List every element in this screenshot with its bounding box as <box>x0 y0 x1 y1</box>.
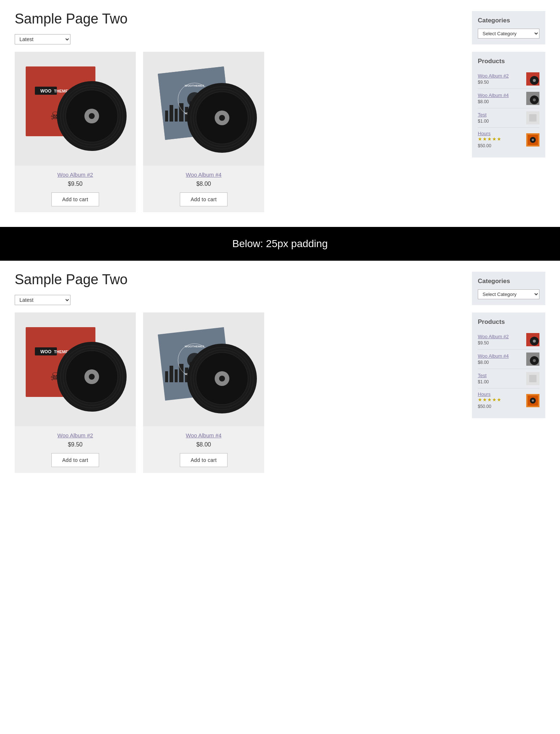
sidebar-thumb-4-2 <box>526 394 539 407</box>
categories-title-1: Categories <box>478 17 539 24</box>
sidebar-1: Categories Select Category Products Woo … <box>472 11 545 212</box>
sidebar-thumb-2-1 <box>526 92 539 105</box>
svg-point-58 <box>89 374 95 380</box>
product-price-1: $9.50 <box>21 181 130 187</box>
product-name-4[interactable]: Woo Album #4 <box>149 432 258 438</box>
svg-rect-16 <box>165 111 168 122</box>
categories-title-2: Categories <box>478 278 539 285</box>
product-image-woo-album-4-1: WOOTHEMES WOOTHEMES <box>143 52 264 166</box>
svg-point-96 <box>532 399 534 402</box>
sidebar-product-4-1: Hours ★★★★★ $50.00 <box>478 128 539 152</box>
main-content-1: Sample Page Two Latest Price: Low to Hig… <box>15 11 457 212</box>
sidebar-thumb-3-2 <box>526 372 539 385</box>
svg-point-90 <box>533 359 536 362</box>
product-name-2[interactable]: Woo Album #4 <box>149 171 258 178</box>
sort-bar-2: Latest Price: Low to High Price: High to… <box>15 295 457 305</box>
svg-rect-19 <box>179 103 183 122</box>
svg-point-48 <box>532 139 534 141</box>
sidebar-thumb-1-2 <box>526 333 539 346</box>
svg-text:WOO: WOO <box>40 88 51 94</box>
sidebar-product-info-1-1: Woo Album #2 $9.50 <box>478 73 523 85</box>
sidebar-product-info-4-1: Hours ★★★★★ $50.00 <box>478 131 523 149</box>
page-title-2: Sample Page Two <box>15 272 457 288</box>
products-grid-1: WOO THEMES ☠ <box>15 52 457 212</box>
product-image-woo-album-2-2: WOO THEMES ☠ <box>15 312 136 426</box>
sidebar-thumb-1-1 <box>526 72 539 86</box>
category-select-2[interactable]: Select Category <box>478 289 539 299</box>
sidebar-product-name-4-1[interactable]: Hours <box>478 131 523 136</box>
sidebar-product-stars-4-2: ★★★★★ <box>478 397 523 403</box>
sidebar-product-name-3-2[interactable]: Test <box>478 373 523 378</box>
categories-widget-1: Categories Select Category <box>472 11 545 44</box>
sidebar-product-info-1-2: Woo Album #2 $9.50 <box>478 334 523 346</box>
sidebar-product-name-1-1[interactable]: Woo Album #2 <box>478 73 523 79</box>
sidebar-product-2-1: Woo Album #4 $8.00 <box>478 89 539 108</box>
sidebar-product-price-1-2: $9.50 <box>478 340 489 346</box>
product-card-woo-album-4-2: WOOTHEMES WOOTHEMES Woo Album #4 $8 <box>143 312 264 473</box>
sort-select-2[interactable]: Latest Price: Low to High Price: High to… <box>15 295 70 305</box>
product-info-1: Woo Album #2 $9.50 Add to cart <box>15 166 136 212</box>
sidebar-product-name-2-2[interactable]: Woo Album #4 <box>478 353 523 359</box>
product-info-3: Woo Album #2 $9.50 Add to cart <box>15 426 136 473</box>
svg-point-42 <box>533 98 536 101</box>
sidebar-product-info-3-1: Test $1.00 <box>478 112 523 124</box>
sidebar-product-name-4-2[interactable]: Hours <box>478 391 523 397</box>
add-to-cart-button-3[interactable]: Add to cart <box>51 453 99 467</box>
products-widget-2: Products Woo Album #2 $9.50 Woo Album #4 <box>472 312 545 418</box>
category-select-1[interactable]: Select Category <box>478 29 539 39</box>
svg-point-9 <box>89 113 95 119</box>
product-name-1[interactable]: Woo Album #2 <box>21 171 130 178</box>
svg-text:WOOTHEMES: WOOTHEMES <box>185 84 204 87</box>
add-to-cart-button-2[interactable]: Add to cart <box>180 192 227 206</box>
categories-widget-2: Categories Select Category <box>472 272 545 305</box>
sidebar-product-2-2: Woo Album #4 $8.00 <box>478 350 539 369</box>
sidebar-product-price-4-2: $50.00 <box>478 404 491 409</box>
sidebar-product-price-2-2: $8.00 <box>478 360 489 365</box>
sidebar-product-1-2: Woo Album #2 $9.50 <box>478 330 539 350</box>
sidebar-product-4-2: Hours ★★★★★ $50.00 <box>478 388 539 412</box>
sort-select-1[interactable]: Latest Price: Low to High Price: High to… <box>15 34 70 44</box>
product-card-woo-album-4-1: WOOTHEMES WOOTHEMES Woo Album #4 <box>143 52 264 212</box>
product-info-4: Woo Album #4 $8.00 Add to cart <box>143 426 264 473</box>
sort-bar-1: Latest Price: Low to High Price: High to… <box>15 34 457 44</box>
sidebar-product-price-3-2: $1.00 <box>478 379 489 384</box>
sidebar-product-name-2-1[interactable]: Woo Album #4 <box>478 93 523 98</box>
page-title-1: Sample Page Two <box>15 11 457 27</box>
sidebar-product-3-1: Test $1.00 <box>478 108 539 128</box>
product-image-woo-album-2-1: WOO THEMES ☠ <box>15 52 136 166</box>
product-info-2: Woo Album #4 $8.00 Add to cart <box>143 166 264 212</box>
svg-rect-64 <box>165 371 168 382</box>
sidebar-product-price-1-1: $9.50 <box>478 80 489 85</box>
section-1: Sample Page Two Latest Price: Low to Hig… <box>0 0 560 227</box>
svg-rect-66 <box>175 369 178 382</box>
sidebar-product-price-2-1: $8.00 <box>478 99 489 104</box>
products-title-2: Products <box>478 318 539 326</box>
products-title-1: Products <box>478 58 539 65</box>
sidebar-product-name-3-1[interactable]: Test <box>478 112 523 117</box>
add-to-cart-button-1[interactable]: Add to cart <box>51 192 99 206</box>
products-widget-1: Products Woo Album #2 $9.50 <box>472 52 545 158</box>
svg-point-87 <box>533 340 536 343</box>
product-price-2: $8.00 <box>149 181 258 187</box>
svg-point-39 <box>533 79 536 82</box>
sidebar-product-price-3-1: $1.00 <box>478 119 489 124</box>
product-price-4: $8.00 <box>149 441 258 448</box>
svg-point-81 <box>219 376 225 382</box>
sidebar-product-3-2: Test $1.00 <box>478 369 539 388</box>
divider-text: Below: 25px padding <box>232 238 328 250</box>
sidebar-product-name-1-2[interactable]: Woo Album #2 <box>478 334 523 339</box>
sidebar-product-info-2-2: Woo Album #4 $8.00 <box>478 353 523 365</box>
product-name-3[interactable]: Woo Album #2 <box>21 432 130 438</box>
main-content-2: Sample Page Two Latest Price: Low to Hig… <box>15 272 457 473</box>
sidebar-product-info-4-2: Hours ★★★★★ $50.00 <box>478 391 523 409</box>
svg-rect-44 <box>529 114 537 122</box>
add-to-cart-button-4[interactable]: Add to cart <box>180 453 227 467</box>
sidebar-thumb-4-1 <box>526 133 539 147</box>
product-image-woo-album-4-2: WOOTHEMES WOOTHEMES <box>143 312 264 426</box>
sidebar-product-1-1: Woo Album #2 $9.50 <box>478 69 539 89</box>
svg-text:WOOTHEMES: WOOTHEMES <box>185 345 204 348</box>
section-2: Sample Page Two Latest Price: Low to Hig… <box>0 261 560 491</box>
sidebar-product-info-2-1: Woo Album #4 $8.00 <box>478 93 523 105</box>
svg-rect-17 <box>170 105 173 122</box>
sidebar-2: Categories Select Category Products Woo … <box>472 272 545 473</box>
